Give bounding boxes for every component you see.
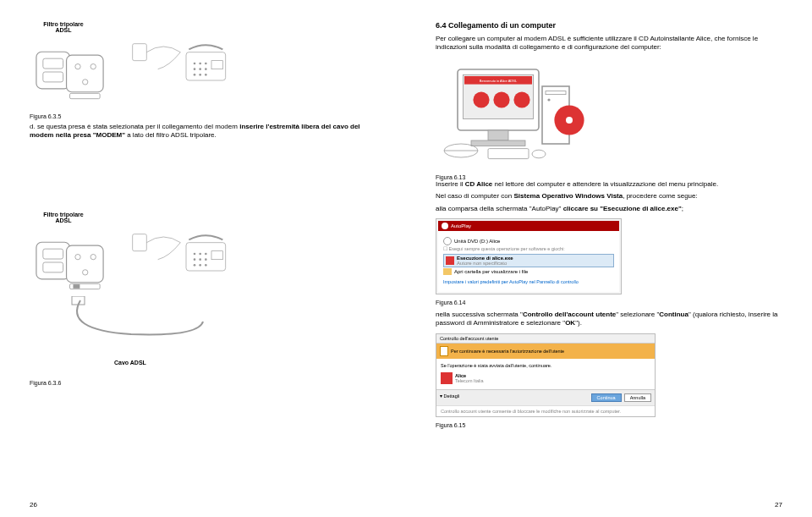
figure-6-3-5-group: Filtro tripolare ADSL xyxy=(30,21,376,106)
svg-point-14 xyxy=(199,68,201,70)
adapter-illustration-icon xyxy=(30,38,110,106)
svg-point-10 xyxy=(194,63,196,65)
figure-6-14-label: Figura 6.14 xyxy=(436,300,782,305)
svg-point-46 xyxy=(473,91,489,107)
svg-point-15 xyxy=(205,68,207,70)
app-icon xyxy=(441,372,453,384)
svg-point-37 xyxy=(194,264,196,267)
filter-label-bottom: Filtro tripolare ADSL xyxy=(38,212,89,223)
svg-point-36 xyxy=(205,258,207,261)
svg-point-48 xyxy=(513,91,529,107)
uac-titlebar: Controllo dell'account utente xyxy=(436,334,655,344)
text-d-body: d. se questa presa è stata selezionata p… xyxy=(30,123,376,140)
svg-rect-29 xyxy=(133,234,147,251)
svg-rect-9 xyxy=(186,52,226,80)
page-left: Filtro tripolare ADSL xyxy=(0,0,406,517)
svg-rect-40 xyxy=(211,251,222,260)
svg-rect-0 xyxy=(36,52,70,89)
svg-point-31 xyxy=(194,253,196,256)
svg-point-35 xyxy=(199,258,201,261)
page-number-left: 26 xyxy=(30,501,37,509)
page-right: 6.4 Collegamento di un computer Per coll… xyxy=(406,0,812,517)
autoplay-text: alla comparsa della schermata "AutoPlay"… xyxy=(436,205,782,213)
svg-point-47 xyxy=(493,91,509,107)
intro-text: Per collegare un computer al modem ADSL … xyxy=(436,35,782,52)
svg-point-58 xyxy=(566,117,573,124)
folder-icon xyxy=(443,268,452,275)
cd-icon xyxy=(442,223,448,229)
svg-point-16 xyxy=(194,74,196,76)
svg-point-34 xyxy=(194,258,196,261)
autoplay-folder-item: Apri cartella per visualizzare i file xyxy=(443,267,614,276)
svg-point-39 xyxy=(205,264,207,267)
svg-point-38 xyxy=(199,264,201,267)
text-d-bold: inserire l'estremità libera del cavo del… xyxy=(30,123,360,139)
disc-icon xyxy=(443,237,452,245)
autoplay-titlebar: AutoPlay xyxy=(438,221,619,231)
svg-rect-1 xyxy=(43,58,63,69)
uac-text: nella successiva schermata "Controllo de… xyxy=(436,311,782,328)
svg-point-33 xyxy=(205,253,207,256)
computer-cd-illustration-icon: Benvenuto in Alice ADSL xyxy=(436,63,588,164)
svg-rect-30 xyxy=(186,243,226,271)
svg-rect-50 xyxy=(471,140,525,146)
svg-point-13 xyxy=(194,68,196,70)
filter-label-top: Filtro tripolare ADSL xyxy=(38,21,89,33)
svg-rect-55 xyxy=(488,148,529,158)
svg-point-18 xyxy=(205,74,207,76)
svg-point-11 xyxy=(199,63,201,65)
uac-dialog: Controllo dell'account utente Per contin… xyxy=(436,333,656,417)
text-6-3-5-d: d. se questa presa è stata selezionata p… xyxy=(30,118,376,140)
svg-rect-20 xyxy=(36,242,70,279)
svg-rect-8 xyxy=(133,44,147,61)
svg-rect-49 xyxy=(488,130,508,140)
uac-footnote: Controllo account utente consente di blo… xyxy=(436,405,655,416)
autoplay-dialog: AutoPlay Unità DVD (D:) Alice ☐ Esegui s… xyxy=(436,218,622,294)
cavo-adsl-label: Cavo ADSL xyxy=(114,360,146,366)
figure-6-3-6-group: Filtro tripolare ADSL xyxy=(30,195,376,296)
autoplay-title: AutoPlay xyxy=(451,223,471,228)
svg-rect-21 xyxy=(43,249,63,259)
uac-continue-button: Continua xyxy=(591,393,622,402)
svg-rect-3 xyxy=(67,55,104,92)
autoplay-footer-link: Impostare i valori predefiniti per AutoP… xyxy=(443,279,614,284)
figure-6-3-6-label: Figura 6.3.6 xyxy=(30,380,61,386)
uac-details-link: ▾ Dettagli xyxy=(440,393,459,402)
figure-6-15-label: Figura 6.15 xyxy=(436,422,782,428)
svg-rect-23 xyxy=(67,245,104,283)
svg-point-12 xyxy=(205,63,207,65)
app-icon xyxy=(446,256,454,265)
svg-rect-2 xyxy=(43,72,63,82)
autoplay-device-row: Unità DVD (D:) Alice xyxy=(443,236,614,246)
vista-text: Nel caso di computer con Sistema Operati… xyxy=(436,192,782,201)
adapter-illustration-2-icon xyxy=(30,228,110,296)
adsl-cable-icon xyxy=(47,296,216,355)
insert-cd-text: Inserire il CD Alice nel lettore del com… xyxy=(436,180,782,189)
svg-rect-28 xyxy=(73,284,80,289)
uac-footer: ▾ Dettagli Continua Annulla xyxy=(436,389,655,405)
figure-6-13-label: Figura 6.13 xyxy=(436,174,782,180)
shield-icon xyxy=(440,346,448,356)
svg-rect-7 xyxy=(70,93,101,98)
svg-point-53 xyxy=(547,98,550,101)
svg-point-56 xyxy=(532,150,546,158)
phone-charger-illustration-icon xyxy=(127,38,245,89)
autoplay-checkbox-row: ☐ Esegui sempre questa operazione per so… xyxy=(443,246,614,251)
autoplay-device-label: Unità DVD (D:) Alice xyxy=(454,239,500,244)
svg-text:Benvenuto in Alice ADSL: Benvenuto in Alice ADSL xyxy=(480,79,518,83)
uac-cancel-button: Annulla xyxy=(624,393,651,402)
uac-header: Per continuare è necessaria l'autorizzaz… xyxy=(436,344,655,359)
svg-point-32 xyxy=(199,253,201,256)
svg-rect-19 xyxy=(211,61,222,69)
svg-rect-22 xyxy=(43,262,63,272)
svg-point-17 xyxy=(199,74,201,76)
phone-charger-illustration-2-icon xyxy=(127,228,245,279)
section-heading-6-4: 6.4 Collegamento di un computer xyxy=(436,21,782,30)
uac-body: Se l'operazione è stata avviata dall'ute… xyxy=(436,359,655,389)
page-number-right: 27 xyxy=(775,501,782,509)
autoplay-exe-item: Esecuzione di alice.exeAutore non specif… xyxy=(443,254,614,267)
